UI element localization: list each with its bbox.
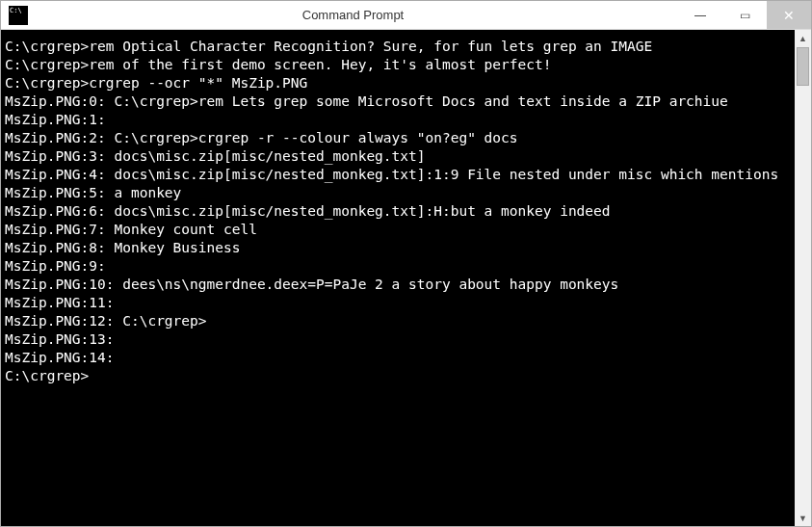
- terminal-line: C:\crgrep>crgrep --ocr "*" MsZip.PNG: [5, 74, 791, 92]
- terminal-line: MsZip.PNG:11:: [5, 294, 791, 312]
- scroll-down-arrow[interactable]: ▼: [795, 510, 811, 526]
- window-controls: — ▭ ✕: [678, 1, 811, 29]
- terminal-line: MsZip.PNG:1:: [5, 111, 791, 129]
- close-button[interactable]: ✕: [767, 1, 811, 29]
- terminal-output[interactable]: C:\crgrep>rem Optical Character Recognit…: [1, 30, 795, 526]
- terminal-line: MsZip.PNG:8: Monkey Business: [5, 239, 791, 257]
- terminal-line: MsZip.PNG:9:: [5, 257, 791, 276]
- terminal-line: MsZip.PNG:10: dees\ns\ngmerdnee.deex=P=P…: [5, 276, 791, 294]
- terminal-line: MsZip.PNG:12: C:\crgrep>: [5, 312, 791, 330]
- scroll-up-arrow[interactable]: ▲: [795, 30, 811, 46]
- terminal-line: MsZip.PNG:4: docs\misc.zip[misc/nested_m…: [5, 166, 791, 184]
- window-title: Command Prompt: [28, 8, 678, 22]
- terminal-line: C:\crgrep>rem of the first demo screen. …: [5, 56, 791, 74]
- terminal-line: MsZip.PNG:6: docs\misc.zip[misc/nested_m…: [5, 202, 791, 221]
- maximize-button[interactable]: ▭: [722, 1, 767, 29]
- terminal-line: MsZip.PNG:3: docs\misc.zip[misc/nested_m…: [5, 147, 791, 166]
- terminal-line: C:\crgrep>rem Optical Character Recognit…: [5, 38, 791, 56]
- command-prompt-window: Command Prompt — ▭ ✕ C:\crgrep>rem Optic…: [0, 0, 812, 527]
- terminal-line: MsZip.PNG:5: a monkey: [5, 184, 791, 202]
- terminal-line: MsZip.PNG:0: C:\crgrep>rem Lets grep som…: [5, 92, 791, 111]
- minimize-button[interactable]: —: [678, 1, 722, 29]
- terminal-line: MsZip.PNG:13:: [5, 330, 791, 349]
- vertical-scrollbar[interactable]: ▲ ▼: [795, 30, 811, 526]
- scroll-thumb[interactable]: [797, 47, 809, 86]
- terminal-line: MsZip.PNG:2: C:\crgrep>crgrep -r --colou…: [5, 129, 791, 147]
- terminal-area: C:\crgrep>rem Optical Character Recognit…: [1, 30, 811, 526]
- terminal-line: C:\crgrep>: [5, 367, 791, 385]
- terminal-line: MsZip.PNG:7: Monkey count cell: [5, 221, 791, 239]
- terminal-line: MsZip.PNG:14:: [5, 349, 791, 367]
- titlebar[interactable]: Command Prompt — ▭ ✕: [1, 1, 811, 30]
- app-icon: [9, 6, 28, 25]
